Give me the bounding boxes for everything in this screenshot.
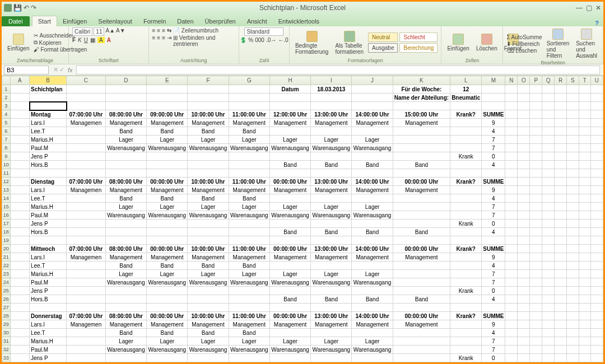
cell-G15[interactable]: Lager xyxy=(229,203,269,211)
cell-T30[interactable] xyxy=(579,329,590,337)
cell-F4[interactable]: 10:00:00 Uhr xyxy=(188,110,229,119)
row-header[interactable]: 3 xyxy=(2,102,11,110)
cell-T1[interactable] xyxy=(579,85,590,94)
cell-Q31[interactable] xyxy=(542,337,555,346)
cell-D32[interactable]: Warenausgang xyxy=(105,346,146,354)
cell-C22[interactable] xyxy=(67,262,106,270)
cell-R7[interactable] xyxy=(555,136,567,144)
cell-R11[interactable] xyxy=(555,169,567,178)
cell-P29[interactable] xyxy=(530,320,542,329)
cell-N32[interactable] xyxy=(505,346,518,354)
cell-J3[interactable] xyxy=(352,102,393,110)
tab-data[interactable]: Daten xyxy=(171,16,199,26)
cell-D17[interactable] xyxy=(105,220,146,228)
cell-A4[interactable] xyxy=(10,110,29,119)
cell-K21[interactable]: Management xyxy=(393,253,450,262)
cell-H19[interactable] xyxy=(269,236,310,245)
cell-P9[interactable] xyxy=(530,152,542,161)
cell-G24[interactable]: Warenausgang xyxy=(229,278,269,287)
cell-C19[interactable] xyxy=(67,236,106,245)
cell-G19[interactable] xyxy=(229,236,269,245)
cell-D25[interactable] xyxy=(105,287,146,295)
cell-H24[interactable]: Warenausgang xyxy=(269,278,310,287)
fx-cancel-icon[interactable]: ✕ xyxy=(53,66,58,73)
cell-Q29[interactable] xyxy=(542,320,555,329)
cell-O8[interactable] xyxy=(518,144,530,152)
cell-Q10[interactable] xyxy=(542,161,555,169)
cell-H17[interactable] xyxy=(269,220,310,228)
cell-Q7[interactable] xyxy=(542,136,555,144)
cell-Q13[interactable] xyxy=(542,186,555,194)
cell-H15[interactable]: Lager xyxy=(269,203,310,211)
row-header[interactable]: 14 xyxy=(2,194,11,203)
cell-I28[interactable]: 13:00:00 Uhr xyxy=(311,312,352,320)
cell-T15[interactable] xyxy=(579,203,590,211)
cell-J5[interactable]: Management xyxy=(352,119,393,127)
cell-H33[interactable] xyxy=(269,354,310,362)
cell-E18[interactable] xyxy=(147,228,188,236)
row-header[interactable]: 2 xyxy=(2,94,11,102)
cell-O15[interactable] xyxy=(518,203,530,211)
worksheet[interactable]: ABCDEFGHIJKLMNOPQRSTU1SchichtplanDatum18… xyxy=(2,76,603,364)
cell-M28[interactable]: SUMME xyxy=(482,312,505,320)
cell-D29[interactable]: Management xyxy=(105,320,146,329)
row-header[interactable]: 6 xyxy=(2,127,11,136)
cell-N5[interactable] xyxy=(505,119,518,127)
col-header-C[interactable]: C xyxy=(67,76,106,85)
cell-D6[interactable]: Band xyxy=(105,127,146,136)
cell-L15[interactable] xyxy=(450,203,482,211)
cell-Q26[interactable] xyxy=(542,295,555,304)
cell-J32[interactable]: Warenausgang xyxy=(352,346,393,354)
cell-I15[interactable]: Lager xyxy=(311,203,352,211)
cell-J15[interactable]: Lager xyxy=(352,203,393,211)
cell-T16[interactable] xyxy=(579,211,590,220)
cell-O2[interactable] xyxy=(518,94,530,102)
cell-U15[interactable] xyxy=(590,203,603,211)
row-header[interactable]: 28 xyxy=(2,312,11,320)
cell-C27[interactable] xyxy=(67,304,106,312)
cell-F10[interactable] xyxy=(188,161,229,169)
cell-L9[interactable]: Krank xyxy=(450,152,482,161)
cell-D13[interactable]: Management xyxy=(105,186,146,194)
cell-B13[interactable]: Lars.I xyxy=(30,186,67,194)
cell-U17[interactable] xyxy=(590,220,603,228)
cell-P15[interactable] xyxy=(530,203,542,211)
cell-U26[interactable] xyxy=(590,295,603,304)
cell-A21[interactable] xyxy=(10,253,29,262)
cell-Q1[interactable] xyxy=(542,85,555,94)
cell-I18[interactable]: Band xyxy=(311,228,352,236)
cell-Q11[interactable] xyxy=(542,169,555,178)
row-header[interactable]: 25 xyxy=(2,287,11,295)
cell-N31[interactable] xyxy=(505,337,518,346)
cell-K17[interactable] xyxy=(393,220,450,228)
cell-E31[interactable]: Lager xyxy=(147,337,188,346)
cell-H28[interactable]: 00:00:00 Uhr xyxy=(269,312,310,320)
cell-D19[interactable] xyxy=(105,236,146,245)
cell-R18[interactable] xyxy=(555,228,567,236)
cell-O17[interactable] xyxy=(518,220,530,228)
cell-J28[interactable]: 14:00:00 Uhr xyxy=(352,312,393,320)
cell-J31[interactable]: Lager xyxy=(352,337,393,346)
cell-I26[interactable]: Band xyxy=(311,295,352,304)
minimize-icon[interactable]: — xyxy=(576,4,583,12)
col-header-F[interactable]: F xyxy=(188,76,229,85)
cell-L25[interactable]: Krank xyxy=(450,287,482,295)
cell-F17[interactable] xyxy=(188,220,229,228)
cell-P11[interactable] xyxy=(530,169,542,178)
cell-O18[interactable] xyxy=(518,228,530,236)
cell-N14[interactable] xyxy=(505,194,518,203)
cell-D31[interactable]: Lager xyxy=(105,337,146,346)
row-header[interactable]: 5 xyxy=(2,119,11,127)
cell-F29[interactable]: Management xyxy=(188,320,229,329)
cell-F21[interactable]: Management xyxy=(188,253,229,262)
cell-S22[interactable] xyxy=(567,262,579,270)
cell-P22[interactable] xyxy=(530,262,542,270)
col-header-A[interactable]: A xyxy=(10,76,29,85)
cell-N12[interactable] xyxy=(505,178,518,186)
cell-T28[interactable] xyxy=(579,312,590,320)
cell-A12[interactable] xyxy=(10,178,29,186)
cell-H4[interactable]: 12:00:00 Uhr xyxy=(269,110,310,119)
cell-A25[interactable] xyxy=(10,287,29,295)
cell-T31[interactable] xyxy=(579,337,590,346)
cell-G5[interactable]: Management xyxy=(229,119,269,127)
